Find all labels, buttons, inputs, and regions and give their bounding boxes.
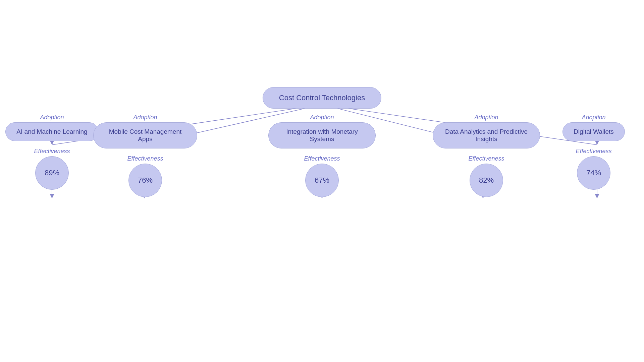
adoption-label-integration: Adoption bbox=[310, 114, 334, 121]
circle-node-wallets: 74% bbox=[577, 156, 610, 190]
child-col-wallets: Adoption Digital Wallets Effectiveness 7… bbox=[550, 114, 637, 190]
circle-node-ai: 89% bbox=[35, 156, 69, 190]
child-node-wallets: Digital Wallets bbox=[562, 122, 625, 141]
effectiveness-label-integration: Effectiveness bbox=[304, 155, 340, 162]
child-node-mobile: Mobile Cost Management Apps bbox=[93, 122, 197, 148]
diagram-container: Cost Control Technologies Adoption AI an… bbox=[0, 0, 644, 362]
svg-marker-15 bbox=[50, 194, 54, 198]
adoption-label-ai: Adoption bbox=[40, 114, 64, 121]
effectiveness-label-data: Effectiveness bbox=[468, 155, 504, 162]
child-col-mobile: Adoption Mobile Cost Management Apps Eff… bbox=[93, 114, 197, 197]
child-col-data: Adoption Data Analytics and Predictive I… bbox=[429, 114, 543, 197]
effectiveness-label-mobile: Effectiveness bbox=[127, 155, 163, 162]
circle-node-data: 82% bbox=[470, 164, 503, 197]
svg-marker-19 bbox=[595, 194, 599, 198]
root-node: Cost Control Technologies bbox=[263, 87, 381, 109]
child-node-data: Data Analytics and Predictive Insights bbox=[433, 122, 540, 148]
adoption-label-data: Adoption bbox=[474, 114, 498, 121]
child-col-integration: Adoption Integration with Monetary Syste… bbox=[268, 114, 376, 197]
adoption-label-wallets: Adoption bbox=[582, 114, 605, 121]
child-col-ai: Adoption AI and Machine Learning Effecti… bbox=[0, 114, 104, 190]
effectiveness-label-ai: Effectiveness bbox=[34, 148, 70, 155]
circle-node-integration: 67% bbox=[305, 164, 339, 197]
child-node-ai: AI and Machine Learning bbox=[5, 122, 98, 141]
child-node-integration: Integration with Monetary Systems bbox=[268, 122, 376, 148]
effectiveness-label-wallets: Effectiveness bbox=[576, 148, 611, 155]
circle-node-mobile: 76% bbox=[128, 164, 162, 197]
adoption-label-mobile: Adoption bbox=[133, 114, 157, 121]
